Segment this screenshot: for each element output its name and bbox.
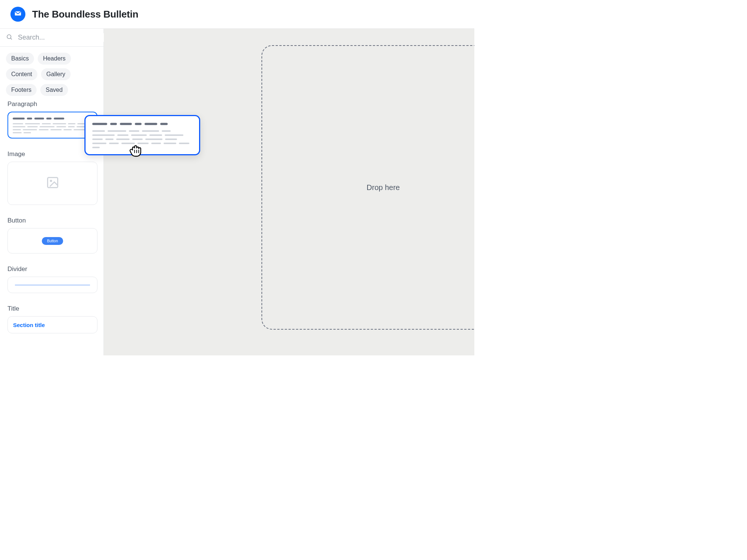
block-divider-label: Divider <box>7 265 97 273</box>
divider-preview-line <box>15 285 90 285</box>
block-image-section: Image <box>7 150 97 205</box>
block-paragraph-label: Paragraph <box>7 100 97 108</box>
image-placeholder-icon <box>46 176 59 191</box>
button-preview-chip: Button <box>42 237 63 245</box>
pill-gallery[interactable]: Gallery <box>41 68 71 80</box>
sidebar: Basics Headers Content Gallery Footers S… <box>0 29 104 355</box>
pill-saved[interactable]: Saved <box>40 84 68 96</box>
svg-rect-2 <box>47 178 58 188</box>
svg-point-3 <box>50 180 52 182</box>
svg-line-1 <box>10 38 12 39</box>
drop-zone-text: Drop here <box>367 183 400 192</box>
category-pills: Basics Headers Content Gallery Footers S… <box>0 47 103 98</box>
paragraph-preview <box>8 112 97 138</box>
drop-zone-inner: Drop here <box>367 183 400 192</box>
title-preview-text: Section title <box>13 322 45 328</box>
app-header: The Boundless Bulletin <box>0 0 474 29</box>
canvas: Drop here <box>104 29 474 355</box>
app-root: The Boundless Bulletin Basics Headers Co… <box>0 0 474 355</box>
block-button-section: Button Button <box>7 217 97 253</box>
block-title-label: Title <box>7 305 97 312</box>
envelope-icon <box>14 9 22 19</box>
page-title: The Boundless Bulletin <box>32 9 139 20</box>
main: Basics Headers Content Gallery Footers S… <box>0 29 474 355</box>
search-icon <box>6 34 13 42</box>
search-row <box>0 29 103 47</box>
grab-cursor-icon <box>128 142 144 158</box>
block-button-label: Button <box>7 217 97 224</box>
search-input[interactable] <box>17 33 105 42</box>
pill-footers[interactable]: Footers <box>6 84 37 96</box>
svg-point-0 <box>7 35 11 39</box>
pill-basics[interactable]: Basics <box>6 53 34 65</box>
block-title-card[interactable]: Section title <box>7 316 97 333</box>
block-image-label: Image <box>7 150 97 158</box>
block-button-card[interactable]: Button <box>7 228 97 253</box>
block-paragraph-card[interactable] <box>7 112 97 139</box>
pill-headers[interactable]: Headers <box>38 53 71 65</box>
block-paragraph-section: Paragraph <box>7 100 97 139</box>
block-title-section: Title Section title <box>7 305 97 333</box>
app-logo <box>10 7 25 22</box>
block-image-card[interactable] <box>7 162 97 205</box>
block-divider-section: Divider <box>7 265 97 293</box>
drop-zone[interactable]: Drop here <box>261 45 474 330</box>
block-divider-card[interactable] <box>7 277 97 293</box>
pill-content[interactable]: Content <box>6 68 37 80</box>
